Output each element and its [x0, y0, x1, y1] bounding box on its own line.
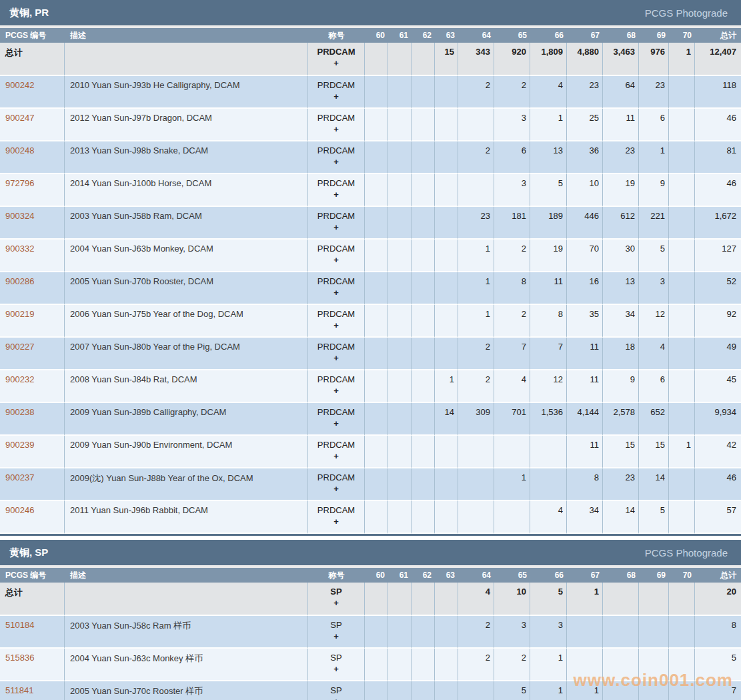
designation-label: PRDCAM	[309, 47, 363, 57]
grade-68-count	[603, 681, 639, 700]
grade-66-count: 1	[530, 681, 567, 700]
grade-66-count: 4	[530, 76, 567, 109]
grade-60-count	[365, 681, 388, 700]
designation-label: PRDCAM	[309, 505, 363, 515]
grade-70-count	[669, 76, 695, 109]
grade-70-count	[669, 207, 695, 240]
pcgs-number-link[interactable]: 900248	[5, 145, 34, 155]
grade-67-count: 70	[567, 240, 603, 272]
table-row: 5101842003 Yuan Sun-J58c Ram 样币SP+2338	[0, 616, 741, 649]
grade-63-count	[435, 207, 458, 240]
grade-65-count: 181	[494, 207, 530, 240]
grade-60-count	[365, 468, 388, 501]
grade-70-count	[669, 240, 695, 272]
plus-designation: +	[309, 124, 363, 134]
pcgs-number-link[interactable]: 900324	[5, 211, 34, 221]
pcgs-number-link[interactable]: 972796	[5, 178, 34, 188]
grade-65-count: 3	[494, 616, 530, 649]
grade-70-count	[669, 174, 695, 207]
designation-label: PRDCAM	[309, 342, 363, 352]
coin-description	[65, 43, 308, 76]
grade-66-count: 1,809	[530, 43, 567, 76]
grade-70-count	[669, 370, 695, 403]
photograde-link[interactable]: PCGS Photograde	[645, 7, 728, 19]
pcgs-number-link[interactable]: 510184	[5, 620, 34, 630]
grade-67-count: 35	[567, 305, 603, 338]
grade-66-count: 11	[530, 272, 567, 305]
grade-69-count: 12	[639, 305, 669, 338]
grade-68-count: 3,463	[603, 43, 639, 76]
row-total: 46	[695, 109, 741, 141]
grade-61-count	[388, 207, 412, 240]
grade-70-count	[669, 583, 695, 616]
grade-60-count	[365, 649, 388, 681]
table-row: 9003242003 Yuan Sun-J58b Ram, DCAMPRDCAM…	[0, 207, 741, 240]
coin-description: 2009 Yuan Sun-J90b Environment, DCAM	[65, 436, 308, 468]
table-row: 9002392009 Yuan Sun-J90b Environment, DC…	[0, 436, 741, 468]
grade-67-count: 1	[567, 583, 603, 616]
designation-label: SP	[309, 587, 363, 597]
pcgs-number-link[interactable]: 900227	[5, 342, 34, 352]
column-header: 68	[603, 568, 639, 583]
grade-65-count: 2	[494, 305, 530, 338]
grade-68-count: 30	[603, 240, 639, 272]
pcgs-number-link[interactable]: 900247	[5, 113, 34, 123]
coin-description: 2009 Yuan Sun-J89b Calligraphy, DCAM	[65, 403, 308, 436]
grade-67-count: 11	[567, 436, 603, 468]
table-row: 9002192006 Yuan Sun-J75b Year of the Dog…	[0, 305, 741, 338]
grade-66-count: 8	[530, 305, 567, 338]
pcgs-number-link[interactable]: 511841	[5, 685, 33, 695]
grade-63-count	[435, 616, 458, 649]
pcgs-number-link[interactable]: 900332	[5, 244, 34, 254]
grade-62-count	[412, 370, 435, 403]
pcgs-number-link[interactable]: 900219	[5, 309, 34, 319]
grade-69-count: 5	[639, 501, 669, 534]
grade-60-count	[365, 436, 388, 468]
table-row: 9002462011 Yuan Sun-J96b Rabbit, DCAMPRD…	[0, 501, 741, 534]
table-row: 9002482013 Yuan Sun-J98b Snake, DCAMPRDC…	[0, 141, 741, 174]
grade-64-count	[458, 109, 494, 141]
table-row: 5118412005 Yuan Sun-J70c Rooster 样币SP+51…	[0, 681, 741, 700]
grade-69-count: 1	[639, 141, 669, 174]
photograde-link[interactable]: PCGS Photograde	[645, 547, 728, 559]
pcgs-number-link[interactable]: 900286	[5, 276, 34, 286]
designation-label: PRDCAM	[309, 244, 363, 254]
pcgs-number-link[interactable]: 900238	[5, 407, 34, 417]
grade-65-count: 1	[494, 468, 530, 501]
grade-68-count: 15	[603, 436, 639, 468]
grade-66-count: 189	[530, 207, 567, 240]
pcgs-number-link[interactable]: 900239	[5, 440, 34, 450]
column-header: 67	[567, 568, 603, 583]
grade-61-count	[388, 649, 412, 681]
grade-66-count: 1	[530, 649, 567, 681]
pcgs-number-link[interactable]: 900246	[5, 505, 34, 515]
grade-60-count	[365, 109, 388, 141]
grade-64-count	[458, 468, 494, 501]
grade-63-count	[435, 76, 458, 109]
pcgs-number-link[interactable]: 515836	[5, 653, 34, 663]
grade-65-count: 4	[494, 370, 530, 403]
grade-70-count: 1	[669, 436, 695, 468]
grade-63-count	[435, 649, 458, 681]
grade-61-count	[388, 403, 412, 436]
designation-label: SP	[309, 685, 363, 695]
grade-60-count	[365, 272, 388, 305]
grade-65-count: 2	[494, 649, 530, 681]
grade-66-count: 12	[530, 370, 567, 403]
row-total: 42	[695, 436, 741, 468]
grade-65-count: 3	[494, 174, 530, 207]
grade-64-count: 1	[458, 305, 494, 338]
grade-64-count	[458, 174, 494, 207]
grade-60-count	[365, 583, 388, 616]
grade-66-count: 1	[530, 109, 567, 141]
pcgs-number-link[interactable]: 900232	[5, 374, 34, 384]
grade-69-count: 5	[639, 240, 669, 272]
grade-62-count	[412, 141, 435, 174]
column-header: 66	[530, 28, 567, 43]
plus-designation: +	[309, 288, 363, 298]
table-row: 9003322004 Yuan Sun-J63b Monkey, DCAMPRD…	[0, 240, 741, 272]
pcgs-number-link[interactable]: 900242	[5, 80, 34, 90]
pcgs-number-link[interactable]: 900237	[5, 472, 34, 482]
coin-description: 2003 Yuan Sun-J58c Ram 样币	[65, 616, 308, 649]
column-header: 66	[530, 568, 567, 583]
